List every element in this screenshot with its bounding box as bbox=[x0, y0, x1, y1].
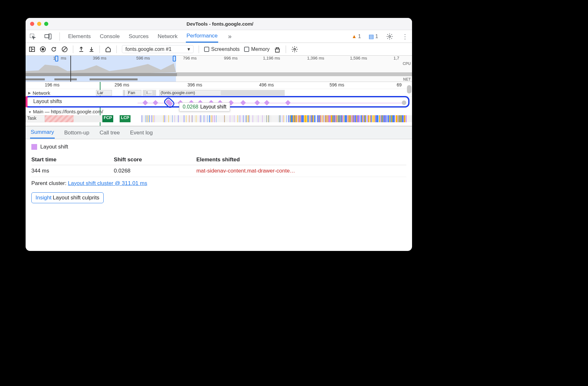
network-block[interactable] bbox=[152, 90, 156, 96]
table-row: 344 ms 0.0268 mat-sidenav-content.mat-dr… bbox=[31, 165, 406, 177]
expand-icon[interactable]: ▶ bbox=[28, 91, 31, 95]
overview-tick: 596 ms bbox=[136, 56, 150, 60]
messages-badge[interactable]: ▤1 bbox=[369, 33, 378, 40]
download-icon[interactable] bbox=[89, 46, 94, 52]
overview-panel[interactable]: 19ms396 ms596 ms796 ms996 ms1,196 ms1,39… bbox=[26, 56, 412, 82]
svg-point-3 bbox=[389, 36, 391, 37]
layout-shift-diamond[interactable] bbox=[153, 100, 158, 106]
layout-shift-diamond[interactable] bbox=[285, 100, 291, 106]
chevron-down-icon: ▾ bbox=[187, 46, 190, 52]
tab-performance[interactable]: Performance bbox=[186, 30, 218, 43]
net-label: NET bbox=[403, 77, 411, 82]
overview-cpu: CPU bbox=[26, 61, 412, 76]
dtab-summary[interactable]: Summary bbox=[30, 127, 55, 139]
network-item[interactable]: Lar bbox=[96, 90, 112, 96]
overview-tick: 1,396 ms bbox=[307, 56, 324, 60]
cluster-link[interactable]: Layout shift cluster @ 311.01 ms bbox=[68, 180, 147, 186]
tooltip-value: 0.0268 bbox=[183, 104, 198, 109]
task-block[interactable] bbox=[74, 115, 102, 122]
val-shift-score: 0.0268 bbox=[114, 165, 196, 177]
warnings-count: 1 bbox=[358, 34, 361, 39]
layout-shift-diamond[interactable] bbox=[165, 99, 173, 107]
layout-shift-diamond[interactable] bbox=[143, 100, 148, 106]
overview-net: NET bbox=[26, 78, 412, 82]
col-shift-score: Shift score bbox=[114, 155, 196, 165]
tab-sources[interactable]: Sources bbox=[128, 31, 149, 42]
memory-checkbox[interactable]: Memory bbox=[244, 46, 270, 52]
svg-point-10 bbox=[294, 48, 296, 50]
layout-shift-diamond[interactable] bbox=[255, 100, 260, 106]
main-track-label: Main — https://fonts.google.com/ bbox=[33, 109, 103, 114]
vertical-scrollbar[interactable] bbox=[407, 85, 411, 93]
col-start-time: Start time bbox=[31, 155, 114, 165]
layout-shifts-edge bbox=[26, 96, 28, 108]
network-block[interactable] bbox=[221, 90, 285, 96]
dtab-bottomup[interactable]: Bottom-up bbox=[64, 127, 90, 138]
task-label: Task bbox=[26, 115, 45, 122]
time-ruler[interactable]: 196 ms296 ms396 ms496 ms596 ms69 bbox=[26, 82, 412, 89]
close-window-button[interactable] bbox=[30, 22, 34, 26]
insight-text: Layout shift culprits bbox=[53, 195, 99, 201]
tab-console[interactable]: Console bbox=[99, 31, 120, 42]
screenshots-checkbox[interactable]: Screenshots bbox=[204, 46, 240, 52]
recording-select[interactable]: fonts.google.com #1 ▾ bbox=[122, 45, 194, 53]
network-track[interactable]: ▶Network LarFanl…(fonts.google.com) bbox=[26, 89, 412, 97]
kebab-menu-icon[interactable]: ⋮ bbox=[401, 33, 409, 40]
val-start-time: 344 ms bbox=[31, 165, 114, 177]
layout-shift-diamond[interactable] bbox=[241, 100, 246, 106]
overview-tick: 1,596 ms bbox=[350, 56, 367, 60]
network-item[interactable]: Fan bbox=[127, 90, 141, 96]
settings-icon[interactable] bbox=[386, 33, 393, 40]
summary-panel: Layout shift Start time Shift score Elem… bbox=[26, 139, 412, 208]
network-block[interactable] bbox=[123, 90, 125, 96]
clear-icon[interactable] bbox=[61, 46, 68, 52]
track-scrollbar[interactable] bbox=[402, 101, 406, 105]
overview-tick: 796 ms bbox=[183, 56, 197, 60]
detail-tabs: Summary Bottom-up Call tree Event log bbox=[26, 126, 412, 139]
collapse-icon[interactable]: ▼ bbox=[28, 110, 32, 114]
more-tabs-icon[interactable]: » bbox=[226, 33, 234, 40]
tab-elements[interactable]: Elements bbox=[68, 31, 91, 42]
cluster-prefix: Parent cluster: bbox=[31, 180, 68, 186]
layout-shift-tooltip: 0.0268Layout shift bbox=[179, 102, 230, 111]
capture-settings-icon[interactable] bbox=[291, 46, 298, 53]
network-track-label: Network bbox=[33, 90, 50, 96]
network-block[interactable] bbox=[143, 90, 145, 96]
tab-network[interactable]: Network bbox=[157, 31, 178, 42]
upload-icon[interactable] bbox=[78, 46, 84, 52]
parent-cluster-row: Parent cluster: Layout shift cluster @ 3… bbox=[31, 180, 406, 187]
warnings-badge[interactable]: ▲1 bbox=[352, 34, 361, 39]
devtools-tabbar: Elements Console Sources Network Perform… bbox=[26, 30, 412, 43]
insight-badge: Insight bbox=[36, 195, 52, 201]
lcp-marker[interactable]: LCP bbox=[120, 115, 131, 122]
overview-tick: 1,7 bbox=[393, 56, 399, 60]
event-type-label: Layout shift bbox=[40, 144, 68, 150]
col-elements-shifted: Elements shifted bbox=[196, 155, 406, 165]
overview-handle-left[interactable] bbox=[55, 56, 58, 61]
fcp-marker[interactable]: FCP bbox=[102, 115, 113, 122]
ruler-tick: 196 ms bbox=[45, 82, 60, 87]
dtab-eventlog[interactable]: Event log bbox=[129, 127, 153, 138]
ruler-tick: 69 bbox=[397, 82, 402, 87]
minimize-window-button[interactable] bbox=[37, 22, 41, 26]
record-icon[interactable] bbox=[40, 46, 46, 52]
reload-record-icon[interactable] bbox=[51, 46, 57, 52]
screenshots-label: Screenshots bbox=[211, 46, 240, 52]
inspect-element-icon[interactable] bbox=[29, 33, 36, 40]
home-icon[interactable] bbox=[105, 46, 111, 52]
tooltip-label: Layout shift bbox=[200, 104, 226, 109]
recording-select-label: fonts.google.com #1 bbox=[125, 46, 171, 52]
toggle-sidebar-icon[interactable] bbox=[29, 46, 35, 52]
val-elements-shifted[interactable]: mat-sidenav-content.mat-drawer-conte… bbox=[196, 165, 406, 177]
garbage-collect-icon[interactable] bbox=[274, 46, 281, 53]
layout-shift-diamond[interactable] bbox=[264, 100, 270, 106]
network-item[interactable]: (fonts.google.com) bbox=[159, 90, 223, 96]
insight-button[interactable]: InsightLayout shift culprits bbox=[31, 192, 104, 203]
overview-handle-right[interactable] bbox=[173, 56, 176, 61]
overview-tick: 396 ms bbox=[93, 56, 107, 60]
maximize-window-button[interactable] bbox=[44, 22, 48, 26]
device-toolbar-icon[interactable] bbox=[44, 33, 52, 40]
svg-line-9 bbox=[63, 48, 66, 51]
dtab-calltree[interactable]: Call tree bbox=[99, 127, 120, 138]
window-title: DevTools - fonts.google.com/ bbox=[48, 21, 392, 27]
